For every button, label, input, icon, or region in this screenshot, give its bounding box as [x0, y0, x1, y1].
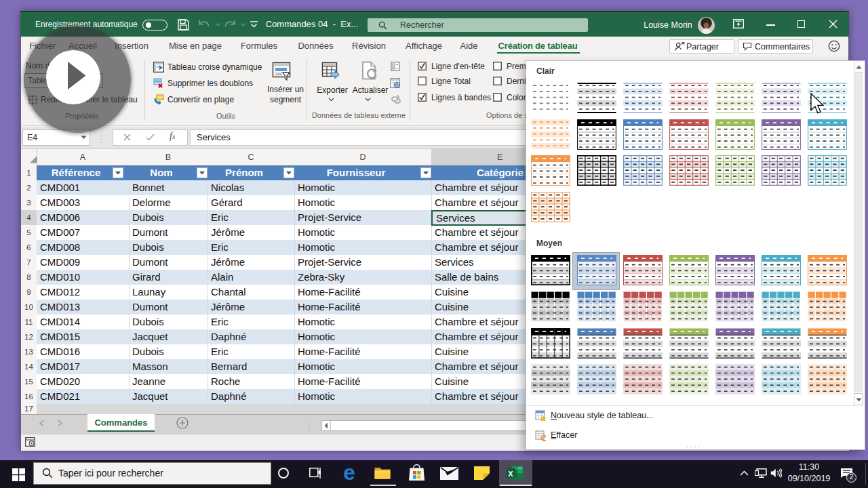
svg-text:X: X — [508, 470, 513, 478]
